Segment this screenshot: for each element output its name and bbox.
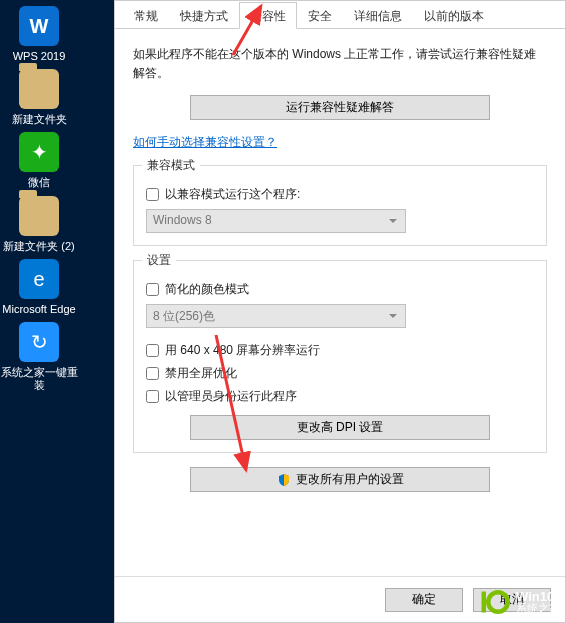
folder-icon xyxy=(19,196,59,236)
wps-icon: W xyxy=(19,6,59,46)
lowres-label: 用 640 x 480 屏幕分辨率运行 xyxy=(165,342,320,359)
win10-logo-icon xyxy=(480,587,510,617)
run-as-admin-row[interactable]: 以管理员身份运行此程序 xyxy=(146,388,534,405)
desktop-icon-folder-1[interactable]: 新建文件夹 xyxy=(0,69,78,126)
change-all-users-label: 更改所有用户的设置 xyxy=(296,471,404,488)
compat-mode-checkbox[interactable] xyxy=(146,188,159,201)
run-as-admin-checkbox[interactable] xyxy=(146,390,159,403)
lowres-checkbox[interactable] xyxy=(146,344,159,357)
svg-point-1 xyxy=(488,592,508,612)
watermark-line2: 系统之家 xyxy=(516,603,560,614)
reduced-color-label: 简化的颜色模式 xyxy=(165,281,249,298)
tab-strip: 常规 快捷方式 兼容性 安全 详细信息 以前的版本 xyxy=(115,1,565,29)
group-title: 设置 xyxy=(142,252,176,269)
disable-fullscreen-row[interactable]: 禁用全屏优化 xyxy=(146,365,534,382)
shield-icon xyxy=(277,473,291,487)
group-title: 兼容模式 xyxy=(142,157,200,174)
compat-mode-check-label: 以兼容模式运行这个程序: xyxy=(165,186,300,203)
compat-mode-select[interactable]: Windows 8 xyxy=(146,209,406,233)
lowres-row[interactable]: 用 640 x 480 屏幕分辨率运行 xyxy=(146,342,534,359)
desktop-icon-folder-2[interactable]: 新建文件夹 (2) xyxy=(0,196,78,253)
edge-icon: e xyxy=(19,259,59,299)
desktop-icons: WWPS 2019 新建文件夹 ✦微信 新建文件夹 (2) eMicrosoft… xyxy=(0,0,78,623)
disable-fullscreen-label: 禁用全屏优化 xyxy=(165,365,237,382)
desktop-icon-label: WPS 2019 xyxy=(0,50,78,63)
desktop-icon-label: 系统之家一键重装 xyxy=(0,366,78,392)
manual-settings-link[interactable]: 如何手动选择兼容性设置？ xyxy=(133,134,277,151)
properties-dialog: 常规 快捷方式 兼容性 安全 详细信息 以前的版本 如果此程序不能在这个版本的 … xyxy=(114,0,566,623)
ok-button[interactable]: 确定 xyxy=(385,588,463,612)
run-as-admin-label: 以管理员身份运行此程序 xyxy=(165,388,297,405)
change-all-users-button[interactable]: 更改所有用户的设置 xyxy=(190,467,490,492)
compat-mode-check-row[interactable]: 以兼容模式运行这个程序: xyxy=(146,186,534,203)
svg-rect-0 xyxy=(482,592,487,613)
compat-mode-group: 兼容模式 以兼容模式运行这个程序: Windows 8 xyxy=(133,165,547,246)
desktop-icon-edge[interactable]: eMicrosoft Edge xyxy=(0,259,78,316)
desktop-icon-label: 微信 xyxy=(0,176,78,189)
settings-group: 设置 简化的颜色模式 8 位(256)色 用 640 x 480 屏幕分辨率运行… xyxy=(133,260,547,453)
tab-details[interactable]: 详细信息 xyxy=(343,2,413,29)
desktop-icon-label: 新建文件夹 xyxy=(0,113,78,126)
troubleshoot-button[interactable]: 运行兼容性疑难解答 xyxy=(190,95,490,120)
dialog-body: 如果此程序不能在这个版本的 Windows 上正常工作，请尝试运行兼容性疑难解答… xyxy=(115,29,565,576)
disable-fullscreen-checkbox[interactable] xyxy=(146,367,159,380)
sys-icon: ↻ xyxy=(19,322,59,362)
folder-icon xyxy=(19,69,59,109)
desktop-icon-label: Microsoft Edge xyxy=(0,303,78,316)
tab-shortcut[interactable]: 快捷方式 xyxy=(169,2,239,29)
reduced-color-row[interactable]: 简化的颜色模式 xyxy=(146,281,534,298)
tab-previous[interactable]: 以前的版本 xyxy=(413,2,495,29)
color-depth-select[interactable]: 8 位(256)色 xyxy=(146,304,406,328)
watermark: Win10 系统之家 xyxy=(480,587,560,617)
change-dpi-button[interactable]: 更改高 DPI 设置 xyxy=(190,415,490,440)
tab-compatibility[interactable]: 兼容性 xyxy=(239,2,297,29)
wechat-icon: ✦ xyxy=(19,132,59,172)
desktop-icon-label: 新建文件夹 (2) xyxy=(0,240,78,253)
tab-security[interactable]: 安全 xyxy=(297,2,343,29)
reduced-color-checkbox[interactable] xyxy=(146,283,159,296)
desktop-icon-wps[interactable]: WWPS 2019 xyxy=(0,6,78,63)
desktop-icon-sys[interactable]: ↻系统之家一键重装 xyxy=(0,322,78,392)
desktop-icon-wechat[interactable]: ✦微信 xyxy=(0,132,78,189)
tab-general[interactable]: 常规 xyxy=(123,2,169,29)
compat-hint: 如果此程序不能在这个版本的 Windows 上正常工作，请尝试运行兼容性疑难解答… xyxy=(133,45,547,83)
